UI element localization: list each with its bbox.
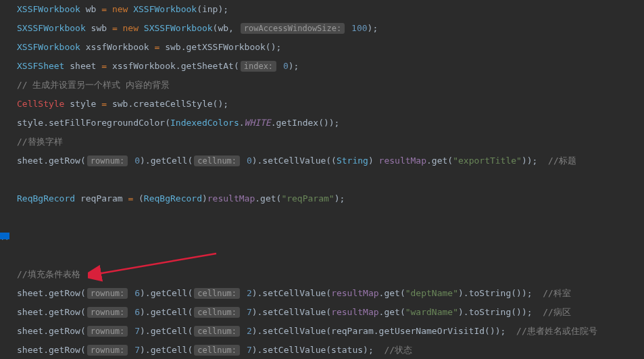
param-hint: rownum:	[87, 288, 128, 299]
code-line: sheet.getRow(rownum: 6).getCell(cellnum:…	[3, 284, 644, 303]
code-line: ReqBgRecord reqParam = (ReqBgRecord)resu…	[3, 189, 644, 208]
code-line: style.setFillForegroundColor(IndexedColo…	[3, 114, 644, 133]
code-editor[interactable]: XSSFWorkbook wb = new XSSFWorkbook(inp);…	[0, 0, 644, 359]
param-hint: cellnum:	[194, 288, 240, 299]
code-line: XSSFWorkbook xssfWorkbook = swb.getXSSFW…	[3, 38, 644, 57]
blank-line	[3, 208, 644, 227]
code-line: sheet.getRow(rownum: 0).getCell(cellnum:…	[3, 151, 644, 170]
code-line: XSSFWorkbook wb = new XSSFWorkbook(inp);	[3, 0, 644, 19]
param-hint: cellnum:	[194, 307, 240, 318]
blank-line	[3, 227, 644, 246]
param-hint: rownum:	[87, 345, 128, 356]
code-line: sheet.getRow(rownum: 7).getCell(cellnum:…	[3, 341, 644, 359]
param-hint: rownum:	[87, 155, 128, 166]
gutter-marker-icon[interactable]	[0, 233, 9, 239]
code-line-comment: //替换字样	[3, 133, 644, 151]
code-line: SXSSFWorkbook swb = new SXSSFWorkbook(wb…	[3, 19, 644, 38]
code-line: sheet.getRow(rownum: 6).getCell(cellnum:…	[3, 303, 644, 322]
param-hint: cellnum:	[194, 345, 240, 356]
code-line: sheet.getRow(rownum: 7).getCell(cellnum:…	[3, 322, 644, 341]
param-hint: cellnum:	[194, 326, 240, 337]
param-hint: cellnum:	[194, 155, 240, 166]
code-line: CellStyle style = swb.createCellStyle();	[3, 95, 644, 114]
blank-line	[3, 170, 644, 189]
param-hint: rownum:	[87, 307, 128, 318]
code-line-comment: // 生成并设置另一个样式 内容的背景	[3, 76, 644, 95]
param-hint: rownum:	[87, 326, 128, 337]
code-line: XSSFSheet sheet = xssfWorkbook.getSheetA…	[3, 57, 644, 76]
blank-line	[3, 246, 644, 265]
param-hint: rowAccessWindowSize:	[241, 23, 345, 34]
param-hint: index:	[241, 61, 276, 72]
code-line-comment: //填充条件表格	[3, 265, 644, 284]
